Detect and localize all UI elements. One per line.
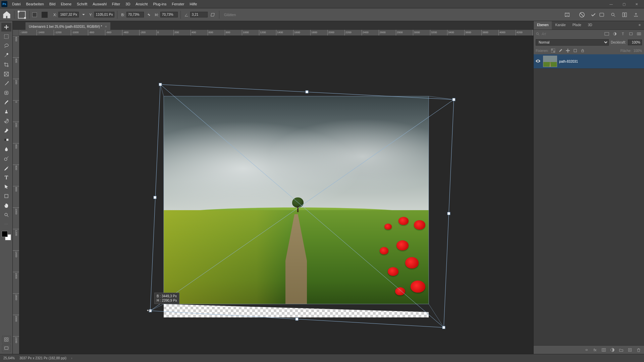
document-dimensions[interactable]: 3037 Px x 2321 Px (182,88 ppi) [19,356,66,360]
ruler-h-tick: 3600 [464,30,471,36]
window-close-icon[interactable]: ✕ [631,1,643,7]
tab-kanaele[interactable]: Kanäle [552,21,569,29]
shape-tool[interactable] [1,192,11,200]
menu-auswahl[interactable]: Auswahl [90,1,109,7]
layer-name[interactable]: path-832031 [559,60,578,63]
w-label: B: [120,13,125,17]
layer-mask-icon[interactable] [601,347,606,353]
adjustment-layer-icon[interactable] [610,347,615,353]
link-layers-icon[interactable] [584,347,589,353]
home-icon[interactable] [2,10,11,19]
lock-pixels-icon[interactable] [558,48,563,53]
transform-tool-icon[interactable] [17,10,26,19]
lasso-tool[interactable] [1,42,11,50]
brush-tool[interactable] [1,98,11,107]
workspace-icon[interactable] [621,11,628,18]
x-value[interactable]: 1607,32 Px [58,12,79,17]
layer-thumbnail[interactable] [543,56,557,67]
eyedropper-tool[interactable] [1,79,11,88]
menu-bild[interactable]: Bild [47,1,58,7]
link-wh-icon[interactable] [145,12,153,17]
filter-smart-icon[interactable] [636,31,642,37]
layer-filter-input[interactable] [542,32,602,36]
gradient-tool[interactable] [1,135,11,144]
window-minimize-icon[interactable]: — [605,1,617,7]
canvas-viewport[interactable]: B : 3449,3 Px H : 2390,9 Px [19,36,533,354]
magic-wand-tool[interactable] [1,51,11,60]
document-tab[interactable]: Unbenannt-1 bei 25,6% (path-832031, RGB/… [25,22,110,30]
menu-schrift[interactable]: Schrift [74,1,90,7]
menu-3d[interactable]: 3D [123,1,133,7]
w-value[interactable]: 70,73% [126,12,144,17]
ruler-h-tick: 1200 [259,30,266,36]
lock-all-icon[interactable] [580,48,585,53]
move-tool[interactable] [1,23,11,32]
zoom-level[interactable]: 25,64% [3,356,15,360]
blur-tool[interactable] [1,145,11,154]
new-layer-icon[interactable] [627,347,633,353]
window-maximize-icon[interactable]: ▢ [618,1,630,7]
menu-bearbeiten[interactable]: Bearbeiten [23,1,47,7]
fill-value[interactable]: 100% [633,49,642,53]
menu-ansicht[interactable]: Ansicht [133,1,150,7]
clone-stamp-tool[interactable] [1,107,11,116]
type-tool[interactable] [1,173,11,182]
cancel-transform-icon[interactable] [578,11,586,18]
filter-type-icon[interactable]: T [620,31,626,37]
menu-hilfe[interactable]: Hilfe [187,1,200,7]
close-tab-icon[interactable]: × [105,24,107,28]
cloud-docs-icon[interactable] [598,11,605,18]
blend-mode-select[interactable]: Normal [536,39,609,46]
reference-point-toggle[interactable] [32,12,37,17]
opacity-value[interactable]: 100% [628,40,642,45]
ruler-v-tick: 400 [13,57,19,63]
warp-mode-icon[interactable] [564,12,570,18]
foreground-color-swatch[interactable] [2,231,8,237]
layer-visibility-icon[interactable] [536,59,541,63]
tab-3d[interactable]: 3D [585,21,596,29]
h-value[interactable]: 70,73% [160,12,178,17]
healing-brush-tool[interactable] [1,88,11,97]
lock-artboard-icon[interactable] [573,48,578,53]
swap-xy-icon[interactable] [80,13,87,17]
angle-value[interactable]: 3,21 [190,12,208,17]
commit-transform-icon[interactable] [590,11,597,18]
tab-ebenen[interactable]: Ebenen [534,21,552,29]
path-selection-tool[interactable] [1,182,11,191]
dodge-tool[interactable] [1,154,11,163]
hand-tool[interactable] [1,201,11,210]
menu-plugins[interactable]: Plug-ins [150,1,169,7]
filter-shape-icon[interactable] [628,31,634,37]
color-swatches[interactable] [2,231,11,240]
pen-tool[interactable] [1,164,11,172]
panel-menu-icon[interactable]: ≡ [635,21,644,29]
layer-style-icon[interactable]: fx [592,347,598,353]
filter-adjustment-icon[interactable] [612,31,618,37]
eraser-tool[interactable] [1,126,11,135]
lock-transparency-icon[interactable] [550,48,556,53]
crop-tool[interactable] [1,60,11,69]
skew-icon[interactable] [209,12,216,17]
history-brush-tool[interactable] [1,117,11,125]
menu-fenster[interactable]: Fenster [169,1,187,7]
zoom-tool[interactable] [1,210,11,219]
menu-datei[interactable]: Datei [9,1,23,7]
delete-layer-icon[interactable] [636,347,641,353]
menu-ebene[interactable]: Ebene [58,1,74,7]
share-icon[interactable] [633,11,639,18]
edit-toolbar-icon[interactable]: ⋯ [1,220,11,229]
search-icon[interactable] [610,11,616,18]
tab-pfade[interactable]: Pfade [569,21,585,29]
screen-mode-icon[interactable] [2,345,11,352]
reference-point-grid[interactable] [42,12,48,18]
filter-pixel-icon[interactable] [604,31,610,37]
y-value[interactable]: 1105,01 Px [94,12,115,17]
frame-tool[interactable] [1,70,11,78]
marquee-tool[interactable] [1,32,11,41]
layer-row[interactable]: path-832031 [534,54,644,69]
menu-filter[interactable]: Filter [109,1,123,7]
status-chevron-icon[interactable]: › [71,356,72,360]
quick-mask-icon[interactable] [2,336,11,343]
lock-position-icon[interactable] [565,48,571,53]
group-icon[interactable] [619,347,624,353]
